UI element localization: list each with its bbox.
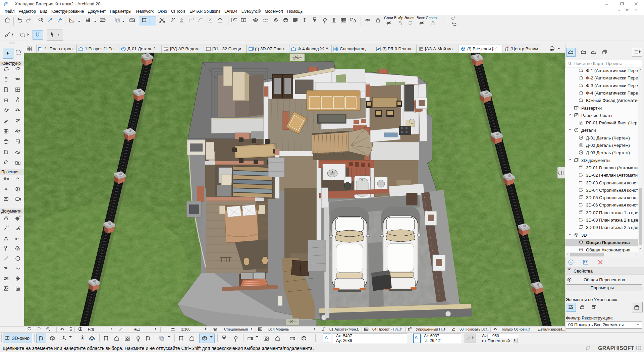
svg-text:α: α bbox=[19, 225, 20, 227]
svg-text:12: 12 bbox=[131, 20, 134, 22]
svg-text:1.2: 1.2 bbox=[6, 225, 9, 227]
svg-text:1.2: 1.2 bbox=[19, 215, 21, 217]
svg-text:1.2: 1.2 bbox=[5, 216, 8, 218]
svg-text:XYZ: XYZ bbox=[101, 19, 105, 21]
svg-text:1: 1 bbox=[42, 18, 43, 20]
svg-text:A1: A1 bbox=[17, 237, 21, 240]
